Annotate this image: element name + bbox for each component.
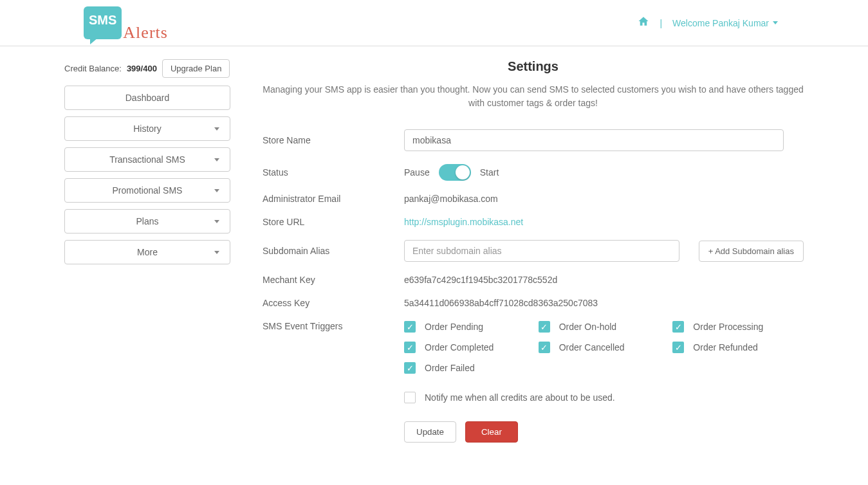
nav-more[interactable]: More — [64, 240, 230, 264]
welcome-label: Welcome Pankaj Kumar — [672, 18, 769, 28]
access-key-value: 5a34411d066938ab4cff71028cd8363a250c7083 — [404, 298, 804, 308]
store-name-label: Store Name — [263, 135, 404, 145]
trigger-label: Order On-hold — [559, 322, 616, 332]
sidebar: Credit Balance: 399/400 Upgrade Plan Das… — [64, 59, 230, 455]
chevron-down-icon — [214, 220, 219, 223]
row-triggers: SMS Event Triggers ✓ Order Pending ✓ Ord… — [263, 321, 804, 443]
trigger-order-processing: ✓ Order Processing — [672, 321, 803, 333]
status-label: Status — [263, 167, 404, 178]
trigger-label: Order Pending — [425, 322, 483, 332]
chevron-down-icon — [773, 21, 778, 24]
trigger-order-failed: ✓ Order Failed — [404, 362, 535, 374]
nav-history[interactable]: History — [64, 116, 230, 141]
chevron-down-icon — [214, 158, 219, 161]
row-store-name: Store Name — [263, 129, 804, 151]
chevron-down-icon — [214, 251, 219, 254]
row-status: Status Pause Start — [263, 164, 804, 181]
trigger-label: Order Processing — [693, 322, 763, 332]
triggers-label: SMS Event Triggers — [263, 321, 404, 331]
trigger-label: Order Completed — [425, 342, 494, 352]
nav-label: History — [133, 124, 162, 134]
checkbox[interactable]: ✓ — [404, 342, 416, 353]
upgrade-plan-button[interactable]: Upgrade Plan — [162, 59, 230, 78]
access-key-label: Access Key — [263, 298, 404, 308]
row-access-key: Access Key 5a34411d066938ab4cff71028cd83… — [263, 298, 804, 308]
trigger-label: Order Cancelled — [559, 342, 625, 352]
update-button[interactable]: Update — [404, 421, 456, 443]
page-subtitle: Managing your SMS app is easier than you… — [263, 83, 804, 110]
row-admin-email: Administrator Email pankaj@mobikasa.com — [263, 194, 804, 204]
nav-label: More — [137, 247, 158, 257]
header-right: | Welcome Pankaj Kumar — [638, 15, 778, 30]
checkbox[interactable]: ✓ — [672, 342, 684, 353]
nav-promotional-sms[interactable]: Promotional SMS — [64, 178, 230, 203]
merchant-key-value: e639fa7c429c1f1945bc3201778c552d — [404, 275, 804, 285]
nav-label: Plans — [136, 216, 158, 226]
page-title: Settings — [263, 59, 804, 74]
logo[interactable]: SMS Alerts — [84, 6, 168, 39]
trigger-order-pending: ✓ Order Pending — [404, 321, 535, 333]
trigger-order-completed: ✓ Order Completed — [404, 342, 535, 353]
checkbox[interactable]: ✓ — [404, 362, 416, 374]
chevron-down-icon — [214, 189, 219, 192]
trigger-order-cancelled: ✓ Order Cancelled — [539, 342, 669, 353]
trigger-order-onhold: ✓ Order On-hold — [539, 321, 669, 333]
credit-label: Credit Balance: — [64, 64, 122, 73]
subdomain-label: Subdomain Alias — [263, 246, 404, 256]
notify-row: Notify me when all credits are about to … — [404, 392, 804, 403]
subdomain-input[interactable] — [404, 240, 679, 262]
trigger-label: Order Refunded — [693, 342, 757, 352]
status-toggle[interactable] — [439, 164, 471, 181]
row-store-url: Store URL http://smsplugin.mobikasa.net — [263, 217, 804, 227]
checkbox[interactable]: ✓ — [539, 342, 550, 353]
notify-checkbox[interactable] — [404, 392, 416, 403]
row-subdomain: Subdomain Alias + Add Subdomain alias — [263, 240, 804, 262]
nav-plans[interactable]: Plans — [64, 209, 230, 233]
credit-balance-row: Credit Balance: 399/400 Upgrade Plan — [64, 59, 230, 78]
nav-transactional-sms[interactable]: Transactional SMS — [64, 147, 230, 172]
trigger-label: Order Failed — [425, 363, 475, 373]
chevron-down-icon — [214, 127, 219, 131]
store-url-label: Store URL — [263, 217, 404, 227]
clear-button[interactable]: Clear — [465, 421, 518, 443]
separator: | — [660, 18, 662, 28]
admin-email-label: Administrator Email — [263, 194, 404, 204]
home-icon[interactable] — [638, 15, 649, 30]
add-subdomain-button[interactable]: + Add Subdomain alias — [699, 241, 804, 262]
content: Settings Managing your SMS app is easier… — [263, 59, 804, 455]
pause-label: Pause — [404, 167, 430, 178]
notify-label: Notify me when all credits are about to … — [425, 392, 615, 403]
trigger-order-refunded: ✓ Order Refunded — [672, 342, 803, 353]
credit-value: 399/400 — [127, 64, 157, 73]
start-label: Start — [480, 167, 499, 178]
checkbox[interactable]: ✓ — [539, 321, 550, 333]
store-url-link[interactable]: http://smsplugin.mobikasa.net — [404, 217, 804, 227]
logo-sms: SMS — [84, 6, 122, 39]
nav-dashboard[interactable]: Dashboard — [64, 86, 230, 110]
row-merchant-key: Mechant Key e639fa7c429c1f1945bc3201778c… — [263, 275, 804, 285]
admin-email-value: pankaj@mobikasa.com — [404, 194, 804, 204]
nav-label: Transactional SMS — [109, 154, 185, 165]
nav-label: Promotional SMS — [113, 185, 183, 196]
main-container: Credit Balance: 399/400 Upgrade Plan Das… — [0, 46, 868, 481]
user-menu[interactable]: Welcome Pankaj Kumar — [672, 18, 778, 28]
merchant-key-label: Mechant Key — [263, 275, 404, 285]
store-name-input[interactable] — [404, 129, 784, 151]
toggle-knob — [456, 165, 470, 179]
nav-label: Dashboard — [125, 93, 170, 103]
checkbox[interactable]: ✓ — [404, 321, 416, 333]
action-buttons: Update Clear — [404, 421, 804, 443]
header: SMS Alerts | Welcome Pankaj Kumar — [0, 0, 868, 46]
logo-alerts: Alerts — [123, 23, 168, 42]
checkbox[interactable]: ✓ — [672, 321, 684, 333]
